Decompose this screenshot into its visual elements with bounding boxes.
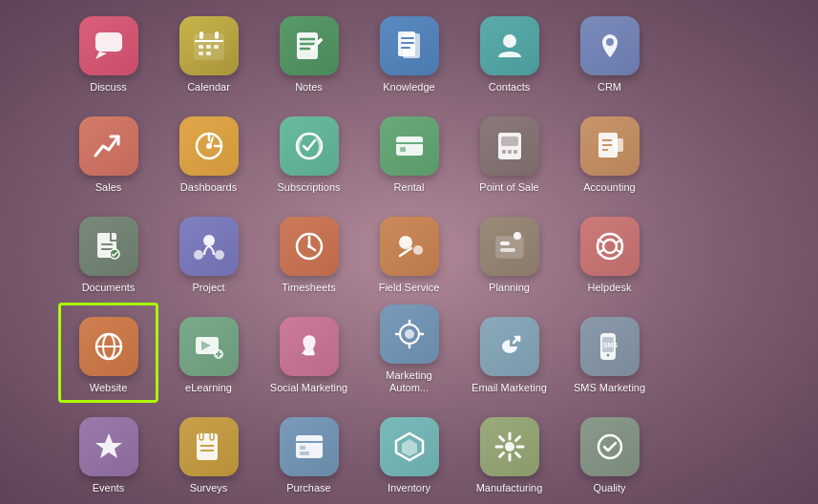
app-label-pointofsale: Point of Sale: [479, 181, 538, 194]
app-item-contacts[interactable]: Contacts: [459, 2, 559, 102]
app-item-events[interactable]: Events: [58, 403, 158, 503]
app-label-discuss: Discuss: [90, 81, 127, 94]
app-icon-documents: [79, 217, 138, 276]
svg-rect-10: [206, 52, 211, 55]
app-item-socialmarketing[interactable]: Social Marketing: [259, 303, 359, 403]
svg-rect-55: [500, 242, 510, 245]
app-item-helpdesk[interactable]: Helpdesk: [559, 202, 660, 303]
svg-point-59: [603, 240, 617, 253]
app-label-calendar: Calendar: [187, 81, 230, 94]
app-item-subscriptions[interactable]: Subscriptions: [259, 102, 359, 202]
app-item-empty2: [660, 102, 760, 202]
svg-line-26: [211, 137, 213, 143]
svg-rect-83: [210, 432, 214, 440]
app-item-knowledge[interactable]: Knowledge: [359, 2, 459, 102]
app-icon-quality: [580, 417, 640, 476]
app-icon-purchase: [280, 417, 339, 476]
app-icon-marketingauto: [380, 304, 439, 364]
svg-marker-80: [95, 433, 122, 458]
svg-rect-35: [514, 150, 517, 154]
app-icon-elearning: [179, 317, 239, 376]
app-label-contacts: Contacts: [489, 81, 530, 94]
svg-point-21: [606, 38, 614, 46]
svg-rect-16: [403, 33, 420, 58]
svg-rect-33: [502, 150, 506, 154]
app-icon-timesheets: [280, 217, 339, 276]
svg-rect-6: [199, 45, 203, 49]
app-label-notes: Notes: [295, 81, 323, 94]
app-label-project: Project: [192, 282, 224, 294]
app-label-dashboards: Dashboards: [180, 181, 237, 194]
svg-point-46: [194, 250, 203, 260]
app-icon-crm: [580, 16, 640, 75]
app-item-inventory[interactable]: Inventory: [359, 403, 459, 503]
app-item-calendar[interactable]: Calendar: [158, 2, 259, 102]
svg-rect-56: [500, 248, 515, 252]
app-item-elearning[interactable]: eLearning: [158, 303, 259, 403]
svg-rect-54: [496, 237, 523, 258]
svg-marker-91: [402, 439, 417, 456]
app-label-events: Events: [93, 482, 125, 494]
app-item-planning[interactable]: Planning: [459, 202, 559, 303]
svg-point-57: [514, 232, 521, 240]
app-item-purchase[interactable]: Purchase: [259, 403, 359, 503]
app-icon-subscriptions: [280, 116, 339, 176]
svg-rect-5: [215, 32, 219, 39]
app-icon-emailmarketing: [480, 317, 539, 376]
app-item-surveys[interactable]: Surveys: [158, 403, 259, 503]
app-icon-surveys: [179, 417, 239, 476]
app-label-manufacturing: Manufacturing: [476, 482, 543, 494]
app-icon-calendar: [179, 16, 239, 75]
app-item-empty4: [660, 303, 760, 403]
app-item-project[interactable]: Project: [158, 202, 259, 303]
svg-rect-34: [508, 150, 512, 154]
svg-rect-8: [214, 45, 219, 49]
app-label-sales: Sales: [95, 181, 122, 194]
app-item-smsmarketing[interactable]: SMS SMS Marketing: [559, 303, 660, 403]
svg-rect-30: [400, 147, 406, 152]
app-grid: Discuss Calendar Notes Knowledge Contact…: [39, 0, 779, 504]
app-item-fieldservice[interactable]: Field Service: [359, 202, 459, 303]
app-item-crm[interactable]: CRM: [559, 2, 660, 102]
app-item-documents[interactable]: Documents: [58, 202, 158, 303]
app-icon-rental: [380, 116, 439, 176]
app-icon-pointofsale: [480, 116, 539, 176]
svg-point-78: [606, 354, 609, 357]
svg-rect-7: [206, 45, 211, 49]
app-icon-discuss: [79, 16, 138, 75]
svg-rect-32: [501, 136, 518, 146]
app-item-sales[interactable]: Sales: [58, 102, 158, 202]
app-item-rental[interactable]: Rental: [359, 102, 459, 202]
app-icon-manufacturing: [480, 417, 539, 476]
app-item-pointofsale[interactable]: Point of Sale: [459, 102, 559, 202]
app-icon-contacts: [480, 16, 539, 75]
app-item-marketingauto[interactable]: Marketing Autom...: [359, 303, 459, 403]
app-item-dashboards[interactable]: Dashboards: [158, 102, 259, 202]
app-item-discuss[interactable]: Discuss: [58, 2, 158, 102]
app-icon-notes: [280, 16, 339, 75]
app-item-notes[interactable]: Notes: [259, 2, 359, 102]
app-label-marketingauto: Marketing Autom...: [367, 369, 452, 394]
svg-point-92: [505, 442, 514, 452]
app-item-website[interactable]: Website: [58, 303, 158, 403]
app-label-subscriptions: Subscriptions: [277, 181, 340, 194]
app-item-accounting[interactable]: Accounting: [559, 102, 660, 202]
app-item-manufacturing[interactable]: Manufacturing: [459, 403, 559, 503]
app-item-emailmarketing[interactable]: Email Marketing: [459, 303, 559, 403]
app-label-surveys: Surveys: [190, 482, 228, 494]
app-item-empty5: [660, 403, 760, 503]
app-icon-helpdesk: [580, 217, 640, 276]
app-icon-project: [179, 217, 239, 276]
app-label-rental: Rental: [394, 181, 425, 194]
app-icon-knowledge: [380, 16, 439, 75]
app-label-accounting: Accounting: [583, 181, 635, 194]
svg-point-20: [503, 34, 516, 48]
svg-rect-82: [199, 432, 203, 440]
svg-rect-9: [199, 52, 203, 55]
app-icon-dashboards: [179, 116, 239, 176]
app-item-timesheets[interactable]: Timesheets: [259, 202, 359, 303]
svg-point-52: [399, 236, 412, 249]
app-label-emailmarketing: Email Marketing: [472, 382, 547, 394]
app-item-quality[interactable]: Quality: [559, 403, 660, 503]
svg-point-51: [307, 244, 311, 248]
